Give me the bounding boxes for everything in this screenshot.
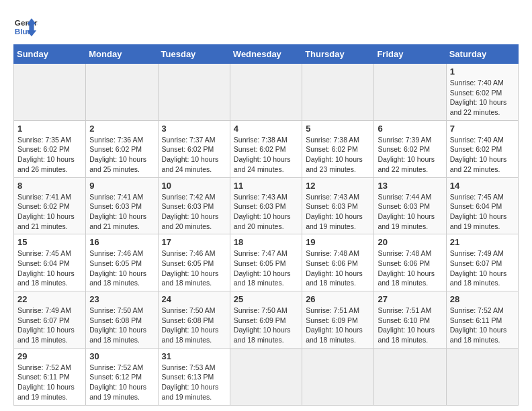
day-number: 12	[306, 181, 370, 191]
day-number: 24	[162, 294, 226, 304]
day-info: Sunrise: 7:36 AMSunset: 6:02 PMDaylight:…	[89, 135, 154, 175]
day-info: Sunrise: 7:51 AMSunset: 6:09 PMDaylight:…	[306, 306, 370, 345]
calendar-cell	[302, 348, 374, 405]
calendar-cell: 13Sunrise: 7:44 AMSunset: 6:03 PMDayligh…	[374, 177, 446, 234]
calendar-cell: 16Sunrise: 7:46 AMSunset: 6:05 PMDayligh…	[86, 234, 158, 291]
day-info: Sunrise: 7:42 AMSunset: 6:03 PMDaylight:…	[162, 192, 226, 232]
header-cell-wednesday: Wednesday	[230, 45, 302, 64]
calendar-cell: 15Sunrise: 7:45 AMSunset: 6:04 PMDayligh…	[14, 234, 86, 291]
header-cell-saturday: Saturday	[446, 45, 518, 64]
calendar-cell: 22Sunrise: 7:49 AMSunset: 6:07 PMDayligh…	[14, 291, 86, 349]
calendar-cell: 9Sunrise: 7:41 AMSunset: 6:03 PMDaylight…	[86, 177, 158, 234]
header-cell-monday: Monday	[86, 45, 158, 64]
calendar-cell	[86, 64, 158, 121]
logo-icon: General Blue	[13, 13, 38, 38]
calendar-cell: 21Sunrise: 7:49 AMSunset: 6:07 PMDayligh…	[446, 234, 518, 291]
calendar-cell	[302, 64, 374, 121]
day-info: Sunrise: 7:45 AMSunset: 6:04 PMDaylight:…	[17, 248, 82, 288]
calendar-cell: 14Sunrise: 7:45 AMSunset: 6:04 PMDayligh…	[446, 177, 518, 234]
day-info: Sunrise: 7:43 AMSunset: 6:03 PMDaylight:…	[306, 192, 370, 232]
calendar-cell: 18Sunrise: 7:47 AMSunset: 6:05 PMDayligh…	[230, 234, 302, 291]
day-number: 18	[234, 237, 298, 247]
calendar-cell: 10Sunrise: 7:42 AMSunset: 6:03 PMDayligh…	[158, 177, 230, 234]
calendar-cell: 28Sunrise: 7:52 AMSunset: 6:11 PMDayligh…	[446, 291, 518, 349]
header-cell-tuesday: Tuesday	[158, 45, 230, 64]
day-info: Sunrise: 7:53 AMSunset: 6:13 PMDaylight:…	[162, 363, 226, 402]
calendar-week-3: 15Sunrise: 7:45 AMSunset: 6:04 PMDayligh…	[14, 234, 519, 291]
day-number: 21	[450, 237, 515, 247]
day-number: 5	[306, 124, 370, 134]
calendar-cell: 23Sunrise: 7:50 AMSunset: 6:08 PMDayligh…	[86, 291, 158, 349]
day-number: 28	[450, 294, 515, 304]
day-number: 2	[89, 124, 154, 134]
day-number: 6	[378, 124, 442, 134]
day-info: Sunrise: 7:52 AMSunset: 6:11 PMDaylight:…	[450, 306, 515, 345]
calendar-cell: 5Sunrise: 7:38 AMSunset: 6:02 PMDaylight…	[302, 120, 374, 177]
day-info: Sunrise: 7:50 AMSunset: 6:08 PMDaylight:…	[89, 306, 154, 345]
day-number: 3	[162, 124, 226, 134]
day-info: Sunrise: 7:51 AMSunset: 6:10 PMDaylight:…	[378, 306, 442, 345]
calendar-cell	[14, 64, 86, 121]
day-info: Sunrise: 7:35 AMSunset: 6:02 PMDaylight:…	[17, 135, 82, 175]
calendar-cell	[374, 64, 446, 121]
day-number: 19	[306, 237, 370, 247]
calendar-cell: 29Sunrise: 7:52 AMSunset: 6:11 PMDayligh…	[14, 348, 86, 405]
day-info: Sunrise: 7:38 AMSunset: 6:02 PMDaylight:…	[306, 135, 370, 175]
day-info: Sunrise: 7:41 AMSunset: 6:02 PMDaylight:…	[17, 192, 82, 232]
day-number: 30	[89, 351, 154, 361]
calendar-cell: 11Sunrise: 7:43 AMSunset: 6:03 PMDayligh…	[230, 177, 302, 234]
day-number: 11	[234, 181, 298, 191]
calendar-week-4: 22Sunrise: 7:49 AMSunset: 6:07 PMDayligh…	[14, 291, 519, 349]
calendar-cell: 3Sunrise: 7:37 AMSunset: 6:02 PMDaylight…	[158, 120, 230, 177]
calendar-cell: 24Sunrise: 7:50 AMSunset: 6:08 PMDayligh…	[158, 291, 230, 349]
day-number: 20	[378, 237, 442, 247]
header-cell-sunday: Sunday	[14, 45, 86, 64]
day-info: Sunrise: 7:49 AMSunset: 6:07 PMDaylight:…	[17, 306, 82, 345]
day-info: Sunrise: 7:49 AMSunset: 6:07 PMDaylight:…	[450, 248, 515, 288]
calendar-cell: 31Sunrise: 7:53 AMSunset: 6:13 PMDayligh…	[158, 348, 230, 405]
day-number: 9	[89, 181, 154, 191]
day-number: 10	[162, 181, 226, 191]
calendar-cell: 19Sunrise: 7:48 AMSunset: 6:06 PMDayligh…	[302, 234, 374, 291]
day-info: Sunrise: 7:50 AMSunset: 6:09 PMDaylight:…	[234, 306, 298, 345]
day-number: 22	[17, 294, 82, 304]
day-number: 14	[450, 181, 515, 191]
calendar-cell: 1Sunrise: 7:35 AMSunset: 6:02 PMDaylight…	[14, 120, 86, 177]
logo: General Blue	[13, 13, 40, 38]
day-info: Sunrise: 7:37 AMSunset: 6:02 PMDaylight:…	[162, 135, 226, 175]
day-info: Sunrise: 7:50 AMSunset: 6:08 PMDaylight:…	[162, 306, 226, 345]
day-info: Sunrise: 7:46 AMSunset: 6:05 PMDaylight:…	[162, 248, 226, 288]
calendar-cell: 8Sunrise: 7:41 AMSunset: 6:02 PMDaylight…	[14, 177, 86, 234]
day-number: 17	[162, 237, 226, 247]
calendar-cell: 6Sunrise: 7:39 AMSunset: 6:02 PMDaylight…	[374, 120, 446, 177]
day-info: Sunrise: 7:48 AMSunset: 6:06 PMDaylight:…	[378, 248, 442, 288]
calendar-cell: 2Sunrise: 7:36 AMSunset: 6:02 PMDaylight…	[86, 120, 158, 177]
day-number: 7	[450, 124, 515, 134]
day-number: 1	[17, 124, 82, 134]
calendar-week-1: 1Sunrise: 7:35 AMSunset: 6:02 PMDaylight…	[14, 120, 519, 177]
day-info: Sunrise: 7:44 AMSunset: 6:03 PMDaylight:…	[378, 192, 442, 232]
day-number: 31	[162, 351, 226, 361]
day-number: 29	[17, 351, 82, 361]
calendar-cell: 17Sunrise: 7:46 AMSunset: 6:05 PMDayligh…	[158, 234, 230, 291]
day-number: 1	[450, 66, 515, 77]
page-header: General Blue	[13, 13, 519, 38]
day-number: 26	[306, 294, 370, 304]
day-number: 16	[89, 237, 154, 247]
day-info: Sunrise: 7:45 AMSunset: 6:04 PMDaylight:…	[450, 192, 515, 232]
calendar-body: 1Sunrise: 7:40 AMSunset: 6:02 PMDaylight…	[14, 64, 519, 406]
calendar-cell	[374, 348, 446, 405]
day-number: 25	[234, 294, 298, 304]
calendar-week-5: 29Sunrise: 7:52 AMSunset: 6:11 PMDayligh…	[14, 348, 519, 405]
day-number: 8	[17, 181, 82, 191]
calendar-cell: 4Sunrise: 7:38 AMSunset: 6:02 PMDaylight…	[230, 120, 302, 177]
day-number: 4	[234, 124, 298, 134]
calendar-cell: 7Sunrise: 7:40 AMSunset: 6:02 PMDaylight…	[446, 120, 518, 177]
calendar-cell: 27Sunrise: 7:51 AMSunset: 6:10 PMDayligh…	[374, 291, 446, 349]
calendar-week-0: 1Sunrise: 7:40 AMSunset: 6:02 PMDaylight…	[14, 64, 519, 121]
day-info: Sunrise: 7:48 AMSunset: 6:06 PMDaylight:…	[306, 248, 370, 288]
day-info: Sunrise: 7:46 AMSunset: 6:05 PMDaylight:…	[89, 248, 154, 288]
header-cell-thursday: Thursday	[302, 45, 374, 64]
day-info: Sunrise: 7:43 AMSunset: 6:03 PMDaylight:…	[234, 192, 298, 232]
day-number: 15	[17, 237, 82, 247]
